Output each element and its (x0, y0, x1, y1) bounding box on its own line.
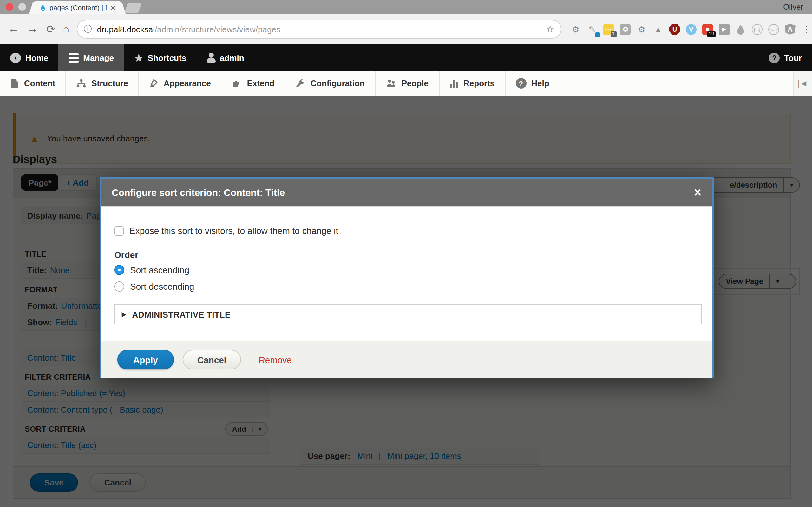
close-window-button[interactable] (6, 3, 13, 11)
accordion-label: ADMINISTRATIVE TITLE (132, 309, 231, 319)
sort-descending-option[interactable]: Sort descending (114, 281, 194, 291)
file-icon (10, 78, 19, 89)
colorpicker-extension-icon[interactable]: ✎ (587, 24, 598, 35)
screenshot-extension-icon[interactable] (620, 24, 630, 35)
video-extension-icon[interactable]: ▶ (719, 24, 729, 35)
drupal-extension-icon[interactable] (735, 24, 746, 35)
sitemap-icon (76, 78, 86, 89)
colorpicker-badge (595, 32, 600, 37)
tab-title: pages (Content) | Drush Site-In (49, 4, 107, 11)
nav-help[interactable]: ? Help (505, 71, 560, 96)
sort-ascending-radio[interactable] (114, 265, 124, 275)
sort-descending-radio[interactable] (114, 281, 124, 291)
expose-sort-row[interactable]: Expose this sort to visitors, to allow t… (114, 226, 338, 236)
screen: pages (Content) | Drush Site-In ✕ Oliver… (0, 0, 812, 507)
help-question-icon: ? (515, 78, 526, 89)
toolbar-home[interactable]: ‹ Home (0, 44, 58, 71)
toolbar-user-label: admin (220, 53, 244, 62)
notes-badge: 1 (611, 31, 617, 37)
url-text: drupal8.docksal/admin/structure/views/vi… (97, 24, 281, 34)
minimize-window-button[interactable] (18, 3, 26, 11)
nav-configuration[interactable]: Configuration (285, 71, 375, 96)
site-info-icon[interactable]: ⓘ (84, 23, 92, 35)
toolbar-home-label: Home (26, 53, 48, 62)
nav-structure[interactable]: Structure (66, 71, 139, 96)
dialog-body: Expose this sort to visitors, to allow t… (101, 207, 712, 341)
bookmark-star-icon[interactable]: ☆ (546, 23, 554, 35)
dialog-titlebar[interactable]: Configure sort criterion: Content: Title… (101, 179, 712, 207)
dialog-close-icon[interactable]: ✕ (694, 187, 702, 198)
sort-ascending-label: Sort ascending (130, 265, 189, 275)
todoist-badge: 19 (707, 31, 716, 37)
tab-close-icon[interactable]: ✕ (110, 4, 115, 11)
json2-extension-icon[interactable]: {...} (768, 24, 779, 35)
toolbar-shortcuts-label: Shortcuts (148, 53, 186, 62)
configure-sort-dialog: Configure sort criterion: Content: Title… (100, 177, 714, 378)
nav-extend[interactable]: Extend (222, 71, 286, 96)
toolbar-manage[interactable]: Manage (58, 44, 124, 71)
ublock-extension-icon[interactable]: U (669, 24, 680, 35)
settings-extension-icon[interactable]: ⚙ (636, 24, 647, 35)
back-to-site-icon: ‹ (10, 52, 21, 63)
toolbar-user[interactable]: admin (196, 44, 254, 71)
dialog-buttonpane: Apply Cancel Remove (101, 341, 712, 378)
drupal-nav-bar: Content Structure Appearance Extend Conf… (0, 71, 812, 96)
back-icon[interactable]: ← (8, 23, 19, 36)
forward-icon[interactable]: → (27, 23, 38, 36)
people-icon (386, 78, 397, 89)
notes-extension-icon[interactable]: •••1 (603, 24, 614, 35)
wrench-icon (295, 78, 305, 89)
browser-profile-name: Oliver (783, 3, 803, 11)
toolbar-manage-label: Manage (83, 53, 114, 62)
tour-question-icon: ? (769, 52, 780, 63)
address-bar[interactable]: ⓘ drupal8.docksal/admin/structure/views/… (77, 20, 561, 39)
url-path: /admin/structure/views/view/pages (155, 24, 281, 34)
manage-menu-icon (68, 53, 79, 62)
angular-extension-icon[interactable]: A (785, 24, 796, 35)
browser-toolbar: ← → ⟳ ⌂ ⓘ drupal8.docksal/admin/structur… (0, 14, 812, 44)
drupal-favicon (39, 4, 46, 11)
vimeo-extension-icon[interactable]: V (686, 24, 697, 35)
json-extension-icon[interactable]: {...} (752, 24, 763, 35)
administrative-title-accordion[interactable]: ▶ ADMINISTRATIVE TITLE (114, 304, 702, 325)
toolbar-shortcuts[interactable]: ★ Shortcuts (124, 44, 196, 71)
url-host: drupal8.docksal (97, 24, 155, 34)
browser-tab[interactable]: pages (Content) | Drush Site-In ✕ (36, 1, 119, 14)
tray-collapse-button[interactable]: |◄ (793, 71, 812, 96)
drupal-admin-toolbar: ‹ Home Manage ★ Shortcuts admin ? Tour (0, 44, 812, 71)
remove-link[interactable]: Remove (259, 354, 292, 365)
sort-ascending-option[interactable]: Sort ascending (114, 265, 189, 275)
dialog-cancel-button[interactable]: Cancel (183, 350, 241, 370)
nav-appearance[interactable]: Appearance (139, 71, 222, 96)
nav-reports[interactable]: Reports (439, 71, 505, 96)
home-icon[interactable]: ⌂ (63, 23, 69, 35)
todoist-extension-icon[interactable]: ≡19 (702, 24, 713, 35)
toolbar-tour-label: Tour (784, 53, 802, 62)
dialog-title: Configure sort criterion: Content: Title (112, 187, 285, 198)
shortcuts-star-icon: ★ (134, 52, 143, 64)
expose-sort-checkbox[interactable] (114, 226, 124, 235)
nav-people[interactable]: People (375, 71, 439, 96)
extension-row: ⚙ ✎ •••1 ⚙ ▲ U V ≡19 ▶ {...} {...} A ⋮ (570, 24, 812, 35)
reload-icon[interactable]: ⟳ (46, 22, 55, 36)
drive-extension-icon[interactable]: ▲ (653, 24, 664, 35)
apply-button[interactable]: Apply (117, 350, 174, 370)
expose-sort-label: Expose this sort to visitors, to allow t… (130, 226, 338, 236)
puzzle-icon (232, 78, 242, 89)
paintbrush-icon (149, 78, 159, 89)
gear-extension-icon[interactable]: ⚙ (570, 24, 581, 35)
toolbar-tour[interactable]: ? Tour (759, 44, 812, 71)
new-tab-button[interactable] (125, 3, 142, 13)
browser-menu-icon[interactable]: ⋮ (801, 24, 812, 35)
nav-content[interactable]: Content (0, 71, 66, 96)
bar-chart-icon (450, 78, 458, 89)
user-icon (206, 53, 215, 63)
sort-descending-label: Sort descending (130, 281, 194, 291)
order-label: Order (114, 250, 138, 260)
accordion-arrow-icon: ▶ (122, 311, 126, 318)
window-titlebar: pages (Content) | Drush Site-In ✕ Oliver (0, 0, 812, 14)
